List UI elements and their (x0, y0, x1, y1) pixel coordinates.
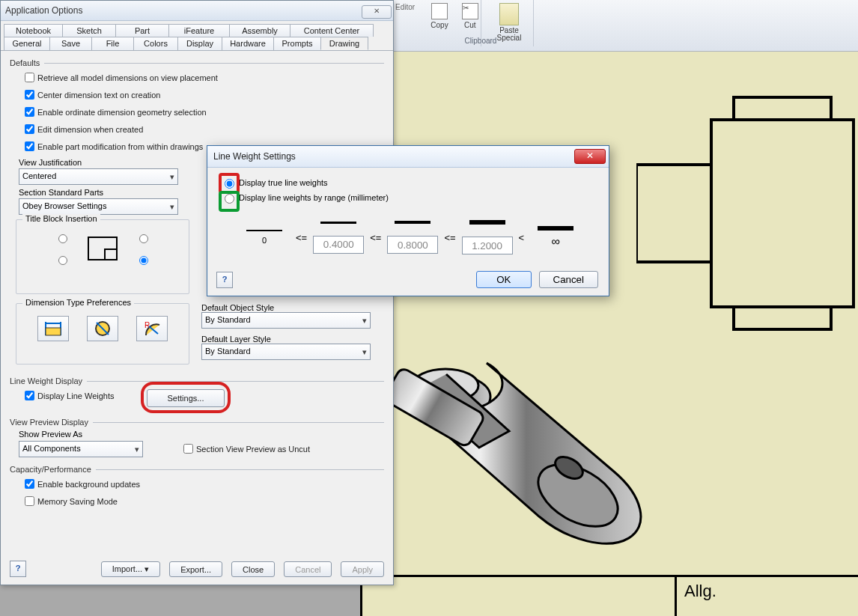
import-button[interactable]: Import... ▾ (101, 561, 160, 577)
tab-save[interactable]: Save (49, 37, 92, 50)
dim-pref-radius-icon[interactable]: R (136, 316, 168, 341)
chk-part-mod[interactable] (25, 141, 34, 151)
tab-content-center[interactable]: Content Center (290, 24, 374, 37)
tab-notebook[interactable]: Notebook (4, 24, 63, 37)
dim-pref-linear-icon[interactable] (37, 316, 69, 341)
cancel-button[interactable]: Cancel (284, 561, 332, 577)
tab-prompts[interactable]: Prompts (273, 37, 321, 50)
chk-section-uncut[interactable] (183, 444, 193, 454)
title-block-radio-br[interactable] (139, 256, 148, 265)
lw-title-text: Line Weight Settings (213, 151, 296, 162)
radio-range-label: Display line weights by range (millimete… (239, 193, 389, 202)
dialog-title: Application Options (5, 5, 82, 16)
chk-ordinate-dim[interactable] (25, 107, 34, 117)
chk-edit-dim-created[interactable] (25, 124, 34, 134)
apply-button[interactable]: Apply (341, 561, 384, 577)
tabs-row-1: Notebook Sketch Part iFeature Assembly C… (1, 21, 393, 37)
svg-rect-0 (711, 120, 854, 307)
export-button[interactable]: Export... (169, 561, 222, 577)
dialog-titlebar[interactable]: Application Options ✕ (1, 1, 393, 21)
title-block-group: Title Block Insertion (16, 219, 189, 294)
clipboard-group-label: Clipboard (428, 37, 533, 45)
tab-part[interactable]: Part (115, 24, 169, 37)
chk-retrieve-dims[interactable] (25, 73, 34, 82)
dialog-close-button[interactable]: ✕ (362, 5, 392, 19)
svg-rect-12 (46, 328, 61, 335)
annotation-green-box-radio2 (219, 191, 240, 212)
tab-file[interactable]: File (91, 37, 134, 50)
paste-icon (499, 3, 519, 25)
ribbon-paste-group: Paste Special Clipboard (485, 0, 534, 46)
lw-input-3[interactable] (462, 237, 513, 254)
lw-input-1[interactable] (313, 236, 364, 254)
tab-display[interactable]: Display (177, 37, 222, 50)
svg-text:R: R (144, 321, 150, 329)
section-std-combo[interactable]: Obey Browser Settings (19, 198, 178, 215)
default-layer-label: Default Layer Style (201, 335, 384, 344)
canvas-part-side (636, 82, 858, 337)
lw-titlebar[interactable]: Line Weight Settings ✕ (207, 146, 609, 168)
line-weight-settings-dialog: Line Weight Settings ✕ Display true line… (207, 145, 609, 296)
default-layer-combo[interactable]: By Standard (201, 344, 371, 360)
line-weight-head: Line Weight Display (10, 376, 82, 385)
lw-cancel-button[interactable]: Cancel (539, 271, 599, 288)
ribbon: Editor Copy ✂ Cut Paste Special Clipboar… (359, 0, 858, 52)
tab-ifeature[interactable]: iFeature (168, 24, 230, 37)
tabs-row-2: General Save File Colors Display Hardwar… (1, 37, 393, 50)
tab-drawing[interactable]: Drawing (320, 37, 368, 50)
help-button[interactable]: ? (10, 561, 26, 577)
lw-help-button[interactable]: ? (216, 272, 233, 288)
show-preview-combo[interactable]: All Components (19, 441, 143, 457)
editor-label: Editor (395, 3, 415, 11)
drawing-title-block: Allg. (360, 575, 858, 616)
dim-pref-group: Dimension Type Preferences R (16, 303, 189, 365)
title-block-radio-tr[interactable] (139, 234, 148, 243)
radio-true-label: Display true line weights (239, 178, 328, 187)
view-preview-head: View Preview Display (10, 418, 88, 427)
svg-rect-1 (636, 165, 711, 262)
tab-general[interactable]: General (4, 37, 50, 50)
copy-icon (431, 3, 448, 19)
cut-button[interactable]: ✂ Cut (457, 1, 483, 31)
capacity-head: Capacity/Performance (10, 465, 91, 474)
chk-display-line-weights[interactable] (25, 391, 34, 400)
copy-button[interactable]: Copy (426, 1, 452, 31)
chk-center-dim-text[interactable] (25, 90, 34, 100)
canvas-part-3d (382, 322, 651, 576)
cut-icon: ✂ (462, 3, 478, 19)
lw-ok-button[interactable]: OK (476, 271, 531, 288)
lw-close-button[interactable]: ✕ (574, 149, 606, 164)
tab-colors[interactable]: Colors (133, 37, 178, 50)
lw-input-2[interactable] (387, 236, 438, 254)
title-block-radio-bl[interactable] (58, 256, 67, 265)
chk-bg-updates[interactable] (25, 479, 34, 489)
default-obj-label: Default Object Style (201, 303, 384, 312)
title-block-allg: Allg. (675, 577, 858, 616)
annotation-red-circle-settings (141, 382, 231, 413)
defaults-head: Defaults (10, 58, 40, 67)
close-button[interactable]: Close (231, 561, 275, 577)
svg-rect-2 (734, 97, 831, 120)
lw-range-row: 0 <= <= <= < ∞ (221, 220, 595, 254)
tab-sketch[interactable]: Sketch (62, 24, 116, 37)
default-obj-combo[interactable]: By Standard (201, 312, 371, 329)
title-block-radio-tl[interactable] (58, 234, 67, 243)
svg-rect-3 (734, 307, 831, 329)
dim-pref-diameter-icon[interactable] (87, 316, 118, 341)
show-preview-label: Show Preview As (19, 430, 384, 439)
tab-assembly[interactable]: Assembly (229, 24, 290, 37)
tab-hardware[interactable]: Hardware (222, 37, 274, 50)
title-block-shape-icon (88, 237, 118, 260)
chk-mem-saving[interactable] (25, 496, 34, 506)
view-justification-combo[interactable]: Centered (19, 168, 178, 185)
